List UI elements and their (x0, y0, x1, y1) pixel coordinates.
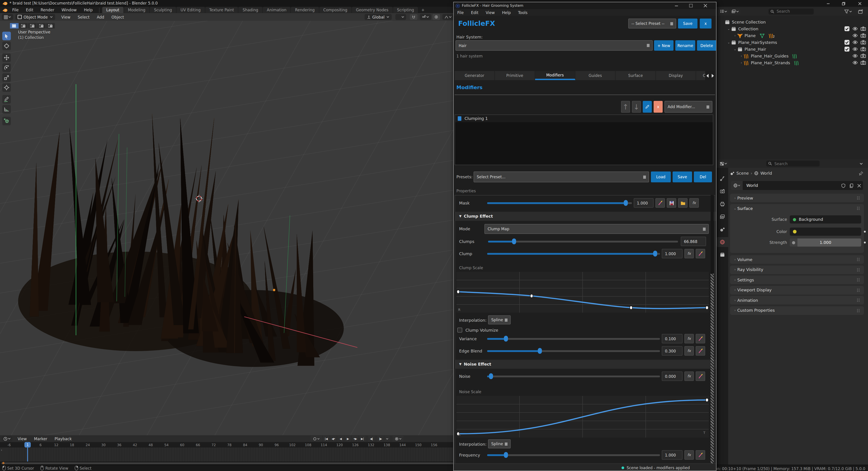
world-name[interactable]: World (746, 183, 758, 188)
props-tab-world[interactable] (716, 237, 728, 247)
editor-type-button[interactable] (2, 14, 13, 20)
clumps-value[interactable]: 66.868 (681, 237, 706, 246)
playback-next-key-button[interactable]: •▶ (352, 436, 358, 442)
slider-handle[interactable] (653, 251, 657, 257)
breadcrumb-scene[interactable]: Scene (736, 171, 749, 176)
scale-tool-button[interactable] (2, 73, 11, 82)
viewport-menu-select[interactable]: Select (74, 14, 93, 20)
playhead-label[interactable]: 1 (24, 442, 31, 447)
outliner-search-input[interactable] (776, 8, 809, 14)
cursor-tool-button[interactable] (2, 41, 11, 50)
frequency-value[interactable]: 1.000 (662, 450, 683, 460)
camera-icon[interactable] (860, 33, 866, 38)
annotate-tool-button[interactable] (2, 95, 11, 104)
transform-tool-button[interactable] (2, 83, 11, 92)
clump-scale-curve[interactable] (456, 272, 709, 313)
expander-icon[interactable]: ⌄ (726, 27, 731, 31)
expander-icon[interactable]: ⌄ (726, 40, 731, 44)
brush-button[interactable] (696, 346, 705, 356)
menu-edit[interactable]: Edit (22, 7, 37, 13)
playback-play-button[interactable]: ▶ (345, 436, 351, 442)
mask-value[interactable]: 1.000 (634, 198, 654, 208)
panel-settings[interactable]: ›Settings (730, 275, 864, 284)
tab-texture-paint[interactable]: Texture Paint (205, 7, 238, 13)
shield-icon[interactable] (841, 183, 846, 188)
edge_blend-value[interactable]: 0.300 (662, 346, 683, 356)
brush-button[interactable] (655, 198, 665, 208)
slider-handle[interactable] (538, 348, 542, 354)
drag-dots-icon[interactable] (856, 206, 860, 210)
playback-step-fwd-button[interactable]: |▶ (377, 436, 383, 442)
props-tab-viewlayer[interactable] (716, 212, 728, 222)
drag-dots-icon[interactable] (856, 308, 860, 313)
measure-tool-button[interactable] (2, 105, 11, 114)
fx-driver-button[interactable]: fx (684, 334, 694, 344)
camera-icon[interactable] (860, 60, 866, 66)
interpolation-select[interactable]: Spline (488, 315, 511, 324)
step-options-button[interactable] (384, 436, 390, 442)
select-mode-intersect[interactable] (46, 23, 55, 29)
outliner-row-collection[interactable]: ⌄Collection (716, 25, 868, 32)
drag-dots-icon[interactable] (856, 278, 860, 282)
snap-settings[interactable] (420, 14, 431, 20)
select-tool-button[interactable] (2, 32, 11, 40)
eye-icon[interactable] (852, 53, 858, 59)
add-workspace-button[interactable]: + (418, 7, 427, 13)
select-mode-new[interactable] (10, 23, 19, 29)
outliner-row-plane_hairsystems[interactable]: ⌄Plane_HairSystems (716, 39, 868, 46)
copy-icon[interactable] (849, 183, 854, 188)
menu-file[interactable]: File (9, 7, 22, 13)
checkbox-icon[interactable] (844, 46, 850, 52)
playback-step-back-button[interactable]: ◀| (368, 436, 374, 442)
mask-slider[interactable] (487, 198, 632, 208)
tab-scroll-right-icon[interactable] (710, 73, 715, 78)
outliner-search[interactable] (769, 8, 814, 14)
restore-button[interactable] (838, 0, 849, 7)
menu-window[interactable]: Window (58, 7, 80, 13)
properties-editor-type[interactable] (718, 160, 729, 167)
tab-shading[interactable]: Shading (239, 7, 262, 13)
drag-dots-icon[interactable] (856, 268, 860, 272)
brush-button[interactable] (696, 249, 705, 258)
timeline-menu-playback[interactable]: Playback (51, 436, 75, 442)
tab-animation[interactable]: Animation (263, 7, 290, 13)
brush-button[interactable] (696, 372, 705, 381)
folder-button[interactable] (678, 198, 687, 208)
outliner-row-plane_hair[interactable]: ⌄Plane_Hair (716, 46, 868, 53)
orientation-select[interactable]: Global (365, 14, 392, 20)
tab-geometry-nodes[interactable]: Geometry Nodes (352, 7, 393, 13)
tab-layout[interactable]: Layout (102, 7, 123, 13)
clump-value[interactable]: 1.000 (662, 249, 683, 258)
fx-driver-button[interactable]: fx (684, 346, 694, 356)
props-tab-output[interactable] (716, 199, 728, 209)
noise-scale-curve[interactable] (456, 396, 709, 438)
expander-icon[interactable]: ⌄ (733, 47, 737, 51)
slider-handle[interactable] (504, 336, 508, 342)
chevron-down-icon[interactable] (859, 162, 863, 165)
surface-panel-header[interactable]: ⌄Surface (730, 204, 864, 213)
world-selector[interactable] (731, 181, 743, 190)
viewport-menu-object[interactable]: Object (108, 14, 128, 20)
viewport-menu-view[interactable]: View (58, 14, 74, 20)
autokey-button[interactable] (393, 436, 403, 442)
props-tab-render[interactable] (716, 186, 728, 196)
expander-icon[interactable]: › (739, 61, 744, 64)
properties-search[interactable] (766, 160, 819, 167)
playback-play-reverse-button[interactable]: ◀ (337, 436, 344, 442)
checkbox-icon[interactable] (844, 26, 850, 32)
slider-handle[interactable] (489, 373, 493, 379)
camera-disabled-icon[interactable] (860, 53, 866, 59)
drag-dots-icon[interactable] (856, 258, 860, 262)
clump-volumize-checkbox[interactable] (457, 328, 462, 332)
select-mode-extend[interactable] (19, 23, 28, 29)
breadcrumb-world[interactable]: World (761, 171, 772, 176)
floppy-button[interactable] (667, 198, 676, 208)
slider-handle[interactable] (512, 238, 516, 244)
filter-button[interactable] (844, 9, 852, 14)
expander-icon[interactable]: › (733, 34, 737, 37)
eye-icon[interactable] (852, 33, 858, 38)
animate-dot[interactable] (864, 231, 866, 233)
clump-slider[interactable] (487, 249, 660, 258)
falloff-button[interactable] (442, 14, 454, 20)
variance-value[interactable]: 0.100 (662, 334, 683, 344)
